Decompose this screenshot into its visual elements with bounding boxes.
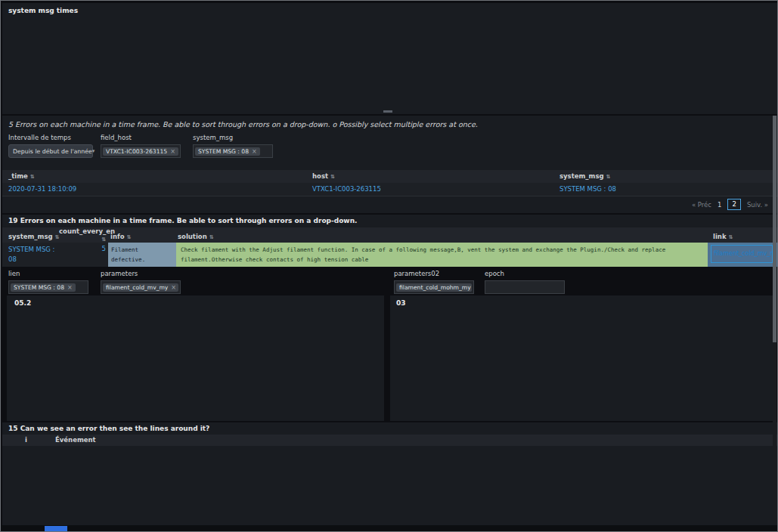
token-label: filament_cold_mv_my [106,284,168,291]
cell-solution: Check filament with the Adjust filament … [176,243,708,267]
filter-intervalle-de-temps: Intervalle de tempsDepuis le début de l'… [8,134,93,158]
sort-icon: ⇅ [30,174,35,180]
cell-count[interactable]: 5 [59,245,106,252]
token-input[interactable] [485,280,565,294]
close-icon[interactable]: × [67,284,73,291]
chart-scrollbar[interactable] [383,110,392,113]
token-input[interactable]: SYSTEM MSG : 08× [193,144,273,158]
caret-down-icon: ▾ [92,148,95,154]
system-msg-times-chart [5,15,773,110]
token-input[interactable]: filament_cold_mv_my× [101,280,181,294]
close-icon[interactable]: × [170,148,175,155]
column-header-link[interactable]: link⇅ [713,233,733,240]
panel-errors-solution: 19 Errors on each machine in a time fram… [2,215,777,267]
prev-page-button[interactable]: « Préc [692,201,711,209]
column-header-host[interactable]: host⇅ [312,172,335,180]
table-header: system_msg⇅ count_every_en⇅ info⇅ soluti… [2,227,777,243]
column-header-system-msg[interactable]: system_msg⇅ [8,233,59,240]
filter-label: epoch [485,270,565,277]
filter-label: lien [8,270,88,277]
filter-label: parameters [101,270,181,277]
sort-icon: ⇅ [606,174,611,180]
close-icon[interactable]: × [252,148,257,155]
filter-field_host: field_hostVTXC1-IC003-263115× [101,134,181,158]
filter-system_msg: system_msgSYSTEM MSG : 08× [193,134,273,158]
bottom-bar [1,525,778,532]
token-input[interactable]: SYSTEM MSG : 08× [8,280,88,294]
events-header: i Événement [2,435,777,446]
column-header-info[interactable]: info⇅ [110,233,131,240]
column-header-system-msg[interactable]: system_msg⇅ [559,172,610,180]
filament-cold-mv-chart [7,306,384,421]
cell-system-msg[interactable]: SYSTEM MSG : 08 [8,245,61,264]
dashboard: system msg times 5 Errors on each machin… [0,0,778,532]
cell-info: Filament defective. [108,243,176,267]
panel-title: 19 Errors on each machine in a time fram… [8,217,358,224]
table-row[interactable]: 2020-07-31 18:10:09 VTXC1-IC003-263115 S… [2,183,777,196]
scrollbar-thumb[interactable] [773,116,776,342]
sort-icon: ⇅ [330,174,335,180]
filter-token: SYSTEM MSG : 08× [195,147,260,156]
taskbar-accent [45,526,67,532]
filter-token: filament_cold_mohm_my× [396,283,472,292]
filter-label: system_msg [193,134,273,141]
filters-row: lienSYSTEM MSG : 08×parametersfilament_c… [2,268,777,297]
filter-lien: lienSYSTEM MSG : 08× [8,270,88,294]
table-row[interactable]: SYSTEM MSG : 08 5 Filament defective. Ch… [2,243,777,267]
panel-title: 15 Can we see an error then see the line… [8,425,209,432]
link-button[interactable]: filament_cold_mv_my [711,245,773,263]
token-input[interactable]: filament_cold_mohm_my× [394,280,474,294]
token-label: filament_cold_mohm_my [399,284,471,291]
sort-icon: ⇅ [729,234,733,240]
filter-label: field_host [101,134,181,141]
time-range-select[interactable]: Depuis le début de l'année▾ [8,144,93,158]
column-header-event[interactable]: Événement [55,436,96,444]
pagination: « Préc 1 2 Suiv. » [692,199,768,210]
panel-events: 15 Can we see an error then see the line… [2,422,777,525]
sort-icon: ⇅ [127,234,132,240]
sort-icon: ⇅ [101,237,106,243]
filter-token: VTXC1-IC003-263115× [103,147,178,156]
next-page-button[interactable]: Suiv. » [747,201,768,209]
filter-parameters02: parameters02filament_cold_mohm_my× [394,270,474,294]
cell-system-msg[interactable]: SYSTEM MSG : 08 [559,185,616,193]
filter-label: parameters02 [394,270,474,277]
cell-time[interactable]: 2020-07-31 18:10:09 [8,185,76,193]
token-input[interactable]: VTXC1-IC003-263115× [101,144,181,158]
column-header-time[interactable]: _time⇅ [8,172,35,180]
panel-chart-filament-mohm: 03 [390,295,776,421]
select-value: Depuis le début de l'année [13,148,92,155]
panel-toolbar [662,117,772,128]
close-icon[interactable]: × [171,284,176,291]
page-2-button[interactable]: 2 [727,199,740,210]
panel-title: system msg times [8,7,78,14]
filament-cold-mohm-chart [390,306,776,421]
filter-token: SYSTEM MSG : 08× [11,283,76,292]
filter-epoch: epoch [485,270,565,294]
column-header-expand: i [25,436,27,444]
token-label: VTXC1-IC003-263115 [106,148,167,155]
token-label: SYSTEM MSG : 08 [198,148,249,155]
column-header-solution[interactable]: solution⇅ [178,233,214,240]
token-label: SYSTEM MSG : 08 [14,284,64,291]
cell-host[interactable]: VTXC1-IC003-263115 [312,185,381,193]
sort-icon: ⇅ [209,234,214,240]
filter-token: filament_cold_mv_my× [103,283,178,292]
scrollbar-track[interactable] [773,116,776,524]
table-header: _time⇅ host⇅ system_msg⇅ [2,170,777,183]
column-header-count[interactable]: count_every_en⇅ [59,227,106,243]
panel-errors-list: 5 Errors on each machine in a time frame… [2,116,777,213]
page-1-button[interactable]: 1 [718,201,721,209]
filter-label: Intervalle de temps [8,134,93,141]
filter-parameters: parametersfilament_cold_mv_my× [101,270,181,294]
panel-system-msg-times: system msg times [2,3,777,114]
panel-chart-filament-mv: 05.2 [7,295,384,421]
